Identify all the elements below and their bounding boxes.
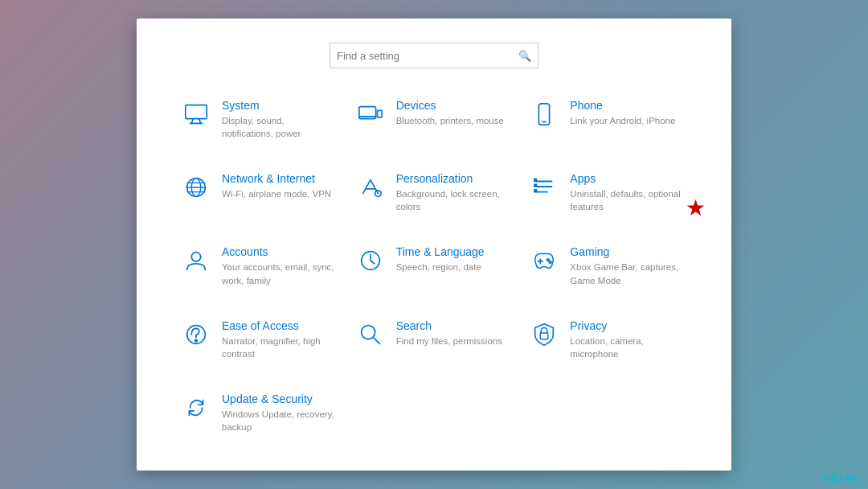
ease-title: Ease of Access <box>222 319 338 332</box>
settings-item-search[interactable]: SearchFind my files, permissions <box>351 314 518 365</box>
update-icon <box>182 394 211 421</box>
personalization-desc: Background, lock screen, colors <box>396 187 513 213</box>
network-desc: Wi-Fi, airplane mode, VPN <box>222 187 331 200</box>
search-desc: Find my files, permissions <box>396 335 502 347</box>
settings-item-network[interactable]: Network & InternetWi-Fi, airplane mode, … <box>177 167 343 218</box>
svg-point-21 <box>191 253 200 261</box>
svg-rect-31 <box>541 333 548 339</box>
svg-point-29 <box>361 325 375 339</box>
svg-point-25 <box>547 259 550 261</box>
network-icon <box>182 174 211 201</box>
apps-title: Apps <box>570 172 686 185</box>
accounts-desc: Your accounts, email, sync, work, family <box>222 261 338 286</box>
ease-icon <box>182 321 211 348</box>
svg-rect-20 <box>534 190 537 192</box>
svg-rect-5 <box>377 110 382 117</box>
svg-rect-19 <box>534 184 537 187</box>
privacy-title: Privacy <box>570 319 686 332</box>
settings-item-time[interactable]: Time & LanguageSpeech, region, date <box>351 240 518 291</box>
time-title: Time & Language <box>396 245 485 258</box>
devices-desc: Bluetooth, printers, mouse <box>396 114 504 127</box>
search-icon: 🔍 <box>518 50 531 62</box>
svg-rect-0 <box>186 105 207 119</box>
update-desc: Windows Update, recovery, backup <box>222 408 338 434</box>
settings-item-system[interactable]: SystemDisplay, sound, notifications, pow… <box>177 94 343 145</box>
personalization-title: Personalization <box>396 172 513 185</box>
search-icon <box>356 321 385 348</box>
time-desc: Speech, region, date <box>396 261 485 273</box>
annotation-star: ★ <box>686 195 706 221</box>
phone-desc: Link your Android, iPhone <box>570 114 675 127</box>
svg-point-26 <box>549 261 551 264</box>
settings-item-accounts[interactable]: AccountsYour accounts, email, sync, work… <box>177 240 343 291</box>
system-title: System <box>222 99 338 112</box>
settings-item-gaming[interactable]: GamingXbox Game Bar, captures, Game Mode <box>525 240 691 291</box>
settings-item-privacy[interactable]: PrivacyLocation, camera, microphone <box>525 314 691 365</box>
system-desc: Display, sound, notifications, power <box>222 114 338 140</box>
phone-icon <box>530 101 559 128</box>
update-title: Update & Security <box>222 392 338 405</box>
privacy-desc: Location, camera, microphone <box>570 335 686 360</box>
settings-grid: SystemDisplay, sound, notifications, pow… <box>177 94 691 438</box>
svg-rect-18 <box>534 179 537 182</box>
devices-title: Devices <box>396 99 504 112</box>
watermark: iGETme <box>820 473 858 483</box>
privacy-icon <box>530 321 559 348</box>
svg-point-28 <box>195 339 198 342</box>
settings-item-update[interactable]: Update & SecurityWindows Update, recover… <box>177 388 343 438</box>
personalization-icon <box>356 174 385 201</box>
gaming-title: Gaming <box>570 245 686 258</box>
accounts-title: Accounts <box>222 245 338 258</box>
search-input[interactable] <box>337 50 518 62</box>
devices-icon <box>356 101 385 128</box>
time-icon <box>356 247 385 274</box>
search-bar-container: 🔍 <box>177 43 691 68</box>
ease-desc: Narrator, magnifier, high contrast <box>222 335 338 360</box>
system-icon <box>182 101 211 128</box>
settings-item-devices[interactable]: DevicesBluetooth, printers, mouse <box>351 94 518 145</box>
search-title: Search <box>396 319 502 332</box>
settings-item-ease[interactable]: Ease of AccessNarrator, magnifier, high … <box>177 314 343 365</box>
svg-line-30 <box>373 337 379 343</box>
settings-item-phone[interactable]: PhoneLink your Android, iPhone <box>525 94 691 145</box>
settings-item-personalization[interactable]: PersonalizationBackground, lock screen, … <box>351 167 518 218</box>
apps-icon <box>530 174 559 201</box>
apps-desc: Uninstall, defaults, optional features <box>570 187 686 213</box>
gaming-desc: Xbox Game Bar, captures, Game Mode <box>570 261 686 286</box>
gaming-icon <box>530 247 559 274</box>
phone-title: Phone <box>570 99 675 112</box>
search-bar[interactable]: 🔍 <box>330 43 538 68</box>
settings-item-apps[interactable]: AppsUninstall, defaults, optional featur… <box>525 167 691 218</box>
accounts-icon <box>182 247 211 274</box>
settings-window: 🔍 SystemDisplay, sound, notifications, p… <box>137 18 731 471</box>
network-title: Network & Internet <box>222 172 331 185</box>
